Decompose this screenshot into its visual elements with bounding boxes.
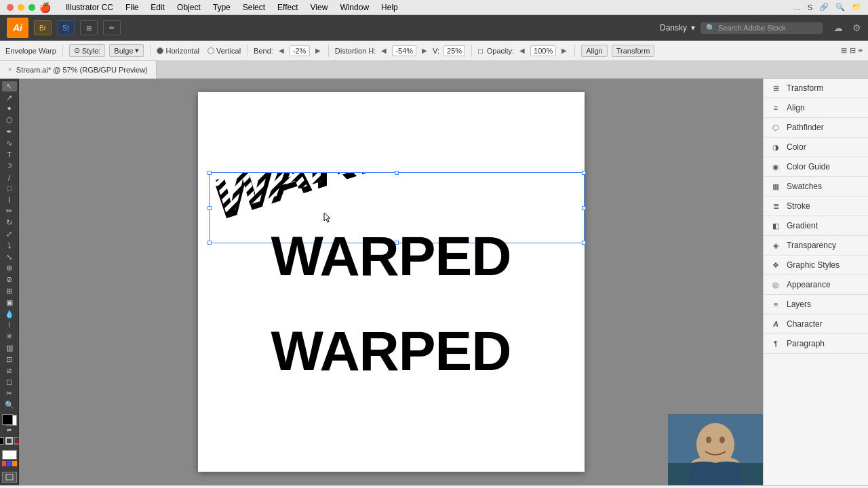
collapse-icon[interactable]: ⊞ (841, 46, 847, 55)
distortion-v-value[interactable]: 25% (443, 45, 465, 56)
mac-finder[interactable]: 📁 (852, 3, 861, 12)
arrange-icon[interactable]: ⊟ (850, 46, 856, 55)
type-tool[interactable]: T (2, 150, 17, 160)
panel-paragraph[interactable]: ¶ Paragraph (764, 334, 868, 354)
bridge-btn[interactable]: Br (34, 20, 52, 35)
menu-file[interactable]: File (120, 0, 144, 15)
swap-colors[interactable]: ⇄ (7, 427, 12, 433)
panel-color[interactable]: ◑ Color (764, 138, 868, 157)
menu-icon2[interactable]: ≡ (859, 46, 863, 55)
tab-close[interactable]: × (8, 66, 12, 73)
panel-transparency[interactable]: ◈ Transparency (764, 236, 868, 256)
warp-tool[interactable]: ⤵ (2, 241, 17, 251)
pen-btn[interactable]: ✏ (103, 20, 121, 35)
paintbrush-tool[interactable]: ⌇ (2, 195, 17, 205)
dist-arrow-l[interactable]: ◀ (380, 47, 388, 54)
menu-help[interactable]: Help (376, 0, 403, 15)
settings-icon[interactable]: ⚙ (852, 22, 861, 33)
transform-btn[interactable]: Transform (612, 45, 655, 57)
canvas-area[interactable]: .warp-letter { font-family: 'Arial Black… (19, 79, 763, 485)
panel-swatches[interactable]: ▦ Swatches (764, 177, 868, 197)
shape-builder-tool[interactable]: ⊕ (2, 264, 17, 274)
panel-graphic-styles[interactable]: ❖ Graphic Styles (764, 256, 868, 275)
orange-swatch[interactable] (12, 461, 17, 466)
panel-stroke[interactable]: ≣ Stroke (764, 197, 868, 216)
red-swatch[interactable] (2, 461, 7, 466)
eraser-tool[interactable]: ◻ (2, 377, 17, 387)
mac-minimize[interactable] (18, 4, 24, 11)
selection-tool[interactable]: ↖ (2, 81, 17, 92)
free-transform-tool[interactable]: ⤡ (2, 252, 17, 262)
menu-edit[interactable]: Edit (145, 0, 170, 15)
lasso-tool[interactable]: ⬡ (2, 115, 17, 125)
horizontal-radio[interactable]: Horizontal (157, 47, 199, 55)
dist-arrow-r[interactable]: ▶ (420, 47, 429, 54)
bend-arrow-l[interactable]: ◀ (277, 47, 285, 54)
rectangle-tool[interactable]: □ (2, 184, 17, 194)
scissors-tool[interactable]: ✂ (2, 388, 17, 399)
pen-tool[interactable]: ✒ (2, 127, 17, 137)
rotate-tool[interactable]: ↻ (2, 218, 17, 228)
menu-type[interactable]: Type (208, 0, 236, 15)
panel-character[interactable]: A Character (764, 314, 868, 334)
blue-swatch[interactable] (7, 461, 12, 466)
bend-value[interactable]: -2% (290, 45, 310, 56)
panel-pathfinder[interactable]: ⬡ Pathfinder (764, 118, 868, 138)
opacity-value[interactable]: 100% (530, 45, 556, 56)
align-btn[interactable]: Align (581, 45, 607, 57)
menu-select[interactable]: Select (237, 0, 271, 15)
slice-tool[interactable]: ⧄ (2, 366, 17, 376)
artboard-tool[interactable]: ⊡ (2, 354, 17, 365)
distortion-h-value[interactable]: -54% (392, 45, 416, 56)
menu-illustrator[interactable]: Illustrator CC (60, 0, 119, 15)
symbol-tool[interactable]: ✳ (2, 331, 17, 342)
line-tool[interactable]: / (2, 172, 17, 182)
vertical-radio[interactable]: Vertical (208, 47, 241, 55)
gradient-tool[interactable]: ▣ (2, 298, 17, 308)
foreground-color[interactable] (2, 414, 13, 425)
panel-gradient[interactable]: ◧ Gradient (764, 216, 868, 236)
zoom-tool[interactable]: 🔍 (2, 400, 17, 410)
white-swatch[interactable] (2, 450, 17, 460)
apple-menu[interactable]: 🍎 (39, 2, 51, 13)
style-btn[interactable]: ⊙ Style: (69, 44, 106, 57)
mac-maximize[interactable] (28, 4, 35, 11)
menu-view[interactable]: View (305, 0, 334, 15)
fill-toggle[interactable] (0, 437, 4, 445)
scale-tool[interactable]: ⤢ (2, 229, 17, 239)
magic-wand-tool[interactable]: ✦ (2, 104, 17, 115)
style-value-btn[interactable]: Bulge ▾ (109, 44, 144, 57)
perspective-tool[interactable]: ⊘ (2, 274, 17, 285)
stroke-toggle[interactable] (5, 437, 13, 445)
menu-window[interactable]: Window (334, 0, 374, 15)
color-icon: ◑ (770, 142, 781, 152)
panel-layers[interactable]: ≡ Layers (764, 295, 868, 314)
graph-tool[interactable]: ▥ (2, 343, 17, 353)
search-stock[interactable]: 🔍 Search Adobe Stock (701, 22, 823, 34)
mac-close[interactable] (7, 4, 14, 11)
blend-tool[interactable]: ⁞ (2, 320, 17, 330)
panel-color-guide[interactable]: ◉ Color Guide (764, 157, 868, 177)
opacity-arrow-l[interactable]: ◀ (518, 47, 526, 54)
menu-object[interactable]: Object (172, 0, 206, 15)
menu-effect[interactable]: Effect (272, 0, 303, 15)
curvature-tool[interactable]: ∿ (2, 138, 17, 148)
style-value: Bulge (114, 47, 133, 55)
divider5 (471, 45, 472, 57)
eyedropper-tool[interactable]: 💧 (2, 309, 17, 319)
mesh-tool[interactable]: ⊞ (2, 286, 17, 296)
panel-transform[interactable]: ⊞ Transform (764, 79, 868, 98)
mac-search[interactable]: 🔍 (835, 3, 845, 12)
bend-arrow-r[interactable]: ▶ (314, 47, 322, 54)
pencil-tool[interactable]: ✏ (2, 207, 17, 217)
opacity-arrow-r[interactable]: ▶ (560, 47, 568, 54)
document-tab[interactable]: × Stream.ai* @ 57% (RGB/GPU Preview) (0, 61, 157, 79)
panel-align[interactable]: ≡ Align (764, 98, 868, 118)
user-area[interactable]: Dansky ▾ (660, 23, 695, 33)
panel-appearance[interactable]: ◎ Appearance (764, 275, 868, 295)
direct-selection-tool[interactable]: ↗ (2, 93, 17, 103)
touch-type-tool[interactable]: ℑ (2, 161, 17, 171)
stock-btn[interactable]: St (57, 20, 75, 35)
grid-btn[interactable]: ⊞ (80, 20, 98, 35)
draw-normal[interactable] (2, 472, 17, 483)
